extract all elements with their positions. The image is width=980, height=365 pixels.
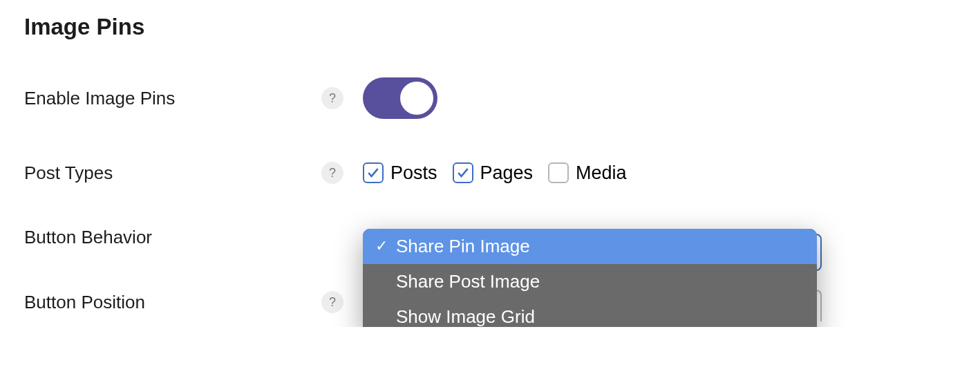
- checkbox-media[interactable]: Media: [548, 162, 627, 184]
- label-enable-image-pins: Enable Image Pins: [24, 88, 321, 109]
- checkbox-label: Pages: [480, 162, 534, 184]
- checkbox-box: [548, 162, 569, 183]
- check-icon: [456, 166, 470, 180]
- checkbox-box: [453, 162, 473, 183]
- toggle-knob: [400, 82, 433, 115]
- control-enable: ?: [321, 77, 437, 119]
- checkbox-label: Media: [576, 162, 627, 184]
- section-title: Image Pins: [24, 14, 956, 40]
- row-button-behavior: Button Behavior ✓ Share Pin Image Share …: [24, 227, 956, 248]
- row-post-types: Post Types ? Posts Pages Media: [24, 162, 956, 184]
- checkbox-pages[interactable]: Pages: [453, 162, 534, 184]
- dropdown-item-show-image-grid[interactable]: Show Image Grid: [363, 299, 817, 328]
- control-post-types: ? Posts Pages Media: [321, 162, 627, 184]
- dropdown-item-label: Show Image Grid: [396, 306, 535, 327]
- dropdown-item-share-post-image[interactable]: Share Post Image: [363, 264, 817, 299]
- dropdown-item-label: Share Pin Image: [396, 236, 530, 256]
- checkbox-posts[interactable]: Posts: [363, 162, 437, 184]
- help-icon[interactable]: ?: [321, 162, 343, 184]
- dropdown-item-label: Share Post Image: [396, 271, 540, 292]
- check-icon: ✓: [375, 237, 388, 255]
- row-enable-image-pins: Enable Image Pins ?: [24, 77, 956, 119]
- checkbox-label: Posts: [390, 162, 437, 184]
- label-post-types: Post Types: [24, 162, 321, 184]
- help-icon[interactable]: ?: [321, 291, 343, 313]
- checkbox-box: [363, 162, 384, 183]
- dropdown-button-behavior[interactable]: ✓ Share Pin Image Share Post Image Show …: [363, 229, 817, 328]
- label-button-behavior: Button Behavior: [24, 227, 321, 248]
- label-button-position: Button Position: [24, 292, 321, 313]
- toggle-enable-image-pins[interactable]: [363, 77, 437, 119]
- dropdown-item-share-pin-image[interactable]: ✓ Share Pin Image: [363, 229, 817, 264]
- checkbox-group: Posts Pages Media: [363, 162, 627, 184]
- check-icon: [366, 166, 380, 180]
- help-icon[interactable]: ?: [321, 87, 343, 109]
